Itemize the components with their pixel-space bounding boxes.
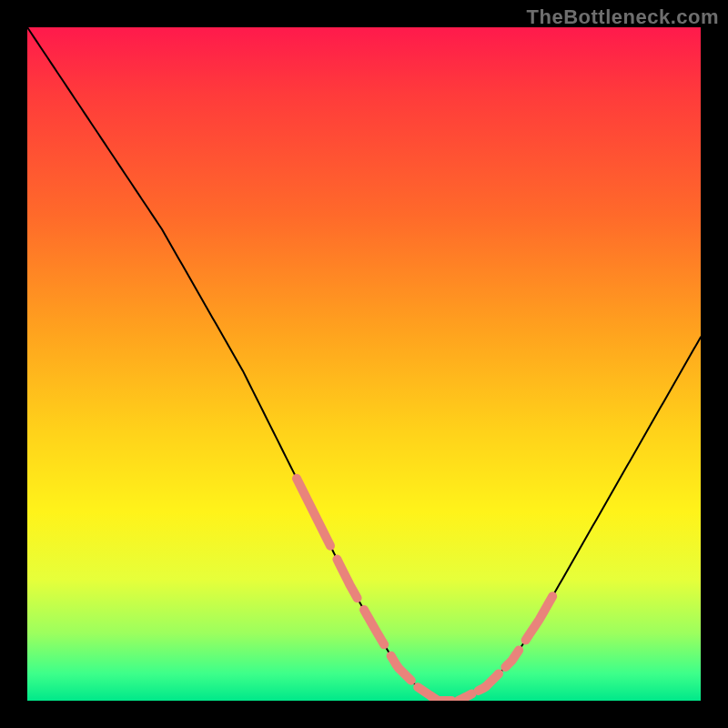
bottleneck-curve: [27, 27, 701, 701]
curve-svg: [27, 27, 701, 701]
highlight-dashes: [297, 479, 552, 701]
watermark-text: TheBottleneck.com: [527, 5, 719, 29]
chart-container: TheBottleneck.com: [0, 0, 728, 728]
plot-area: [27, 27, 701, 701]
